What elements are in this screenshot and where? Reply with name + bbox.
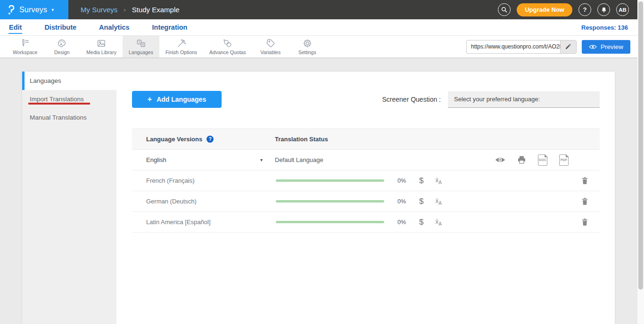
toolbar-item-settings[interactable]: Settings xyxy=(289,36,326,57)
help-button[interactable]: ? xyxy=(578,3,591,16)
screener-question-label: Screener Question : xyxy=(382,96,441,103)
edit-toolbar: Workspace Design Media Library x̄ A Lang… xyxy=(0,36,644,58)
languages-main: + Add Languages Screener Question : Sele… xyxy=(116,72,615,324)
translate-icon[interactable]: x̄A xyxy=(435,218,441,227)
toolbar-item-variables[interactable]: Variables xyxy=(252,36,289,57)
row-actions xyxy=(581,218,600,226)
toolbar-item-label: Advance Quotas xyxy=(209,49,246,55)
pdf-label: PDF xyxy=(561,158,568,162)
translation-progress-bar xyxy=(276,200,384,202)
annotation-red-underline xyxy=(28,103,90,105)
translation-percent: 0% xyxy=(397,198,413,205)
translate-sub: A xyxy=(438,200,442,205)
toolbar-item-workspace[interactable]: Workspace xyxy=(7,36,43,57)
row-actions xyxy=(581,177,600,185)
column-language-versions: Language Versions ? xyxy=(132,136,275,143)
toolbar-item-media-library[interactable]: Media Library xyxy=(80,36,123,57)
delete-icon[interactable] xyxy=(581,218,588,226)
pencil-icon xyxy=(565,43,571,50)
sidebar-item-import-translations[interactable]: Import Translations xyxy=(22,90,116,108)
paid-translation-icon[interactable]: $ xyxy=(419,218,423,227)
status-cell: 0% $ x̄A xyxy=(275,176,600,186)
product-menu[interactable]: Surveys ▾ xyxy=(0,0,68,19)
toolbar-item-languages[interactable]: x̄ A Languages xyxy=(123,36,159,57)
export-doc-icon[interactable]: DOC xyxy=(538,154,547,166)
toolbar-item-label: Design xyxy=(54,49,70,55)
preview-button[interactable]: Preview xyxy=(582,40,630,54)
export-pdf-icon[interactable]: PDF xyxy=(559,154,569,166)
breadcrumb-parent[interactable]: My Surveys xyxy=(81,6,117,14)
print-icon[interactable] xyxy=(517,156,526,164)
sidebar-item-languages[interactable]: Languages xyxy=(22,72,116,90)
tab-analytics[interactable]: Analytics xyxy=(99,21,130,34)
languages-table: Language Versions ? Translation Status E… xyxy=(132,129,600,233)
product-name: Surveys xyxy=(19,6,47,14)
bell-icon xyxy=(601,7,607,13)
languages-sidebar: Languages Import Translations Manual Tra… xyxy=(22,72,116,324)
sidebar-item-label: Import Translations xyxy=(30,96,84,103)
default-row-actions: DOC PDF xyxy=(495,154,600,166)
translate-icon[interactable]: x̄A xyxy=(435,177,441,185)
question-mark-icon: ? xyxy=(583,6,587,13)
notifications-button[interactable] xyxy=(597,3,610,16)
survey-url-input[interactable]: https://www.questionpro.com/t/AO2kvZ xyxy=(467,40,560,53)
plus-icon: + xyxy=(148,95,152,104)
scrollbar-thumb[interactable] xyxy=(638,1,643,290)
translate-sub: A xyxy=(438,221,442,226)
search-button[interactable] xyxy=(498,3,511,16)
screener-question-select[interactable]: Select your preferred language: xyxy=(448,91,600,108)
svg-text:x̄: x̄ xyxy=(139,40,140,43)
toolbar-right: https://www.questionpro.com/t/AO2kvZ Pre… xyxy=(466,36,644,57)
translation-progress-bar xyxy=(276,221,384,223)
column-label: Language Versions xyxy=(146,136,202,143)
paid-translation-icon[interactable]: $ xyxy=(419,197,423,206)
table-row-german: German (Deutsch) 0% $ x̄A xyxy=(132,191,600,212)
add-languages-label: Add Languages xyxy=(157,96,206,103)
magic-wand-icon xyxy=(176,38,187,49)
table-header: Language Versions ? Translation Status xyxy=(132,129,600,150)
sidebar-item-manual-translations[interactable]: Manual Translations xyxy=(22,108,116,127)
toolbar-item-label: Workspace xyxy=(13,49,37,55)
svg-text:A: A xyxy=(142,43,144,46)
tab-distribute[interactable]: Distribute xyxy=(44,21,77,34)
breadcrumb-separator-icon: › xyxy=(124,6,125,13)
default-language-label: Default Language xyxy=(275,156,323,163)
translation-percent: 0% xyxy=(397,178,413,184)
add-languages-button[interactable]: + Add Languages xyxy=(132,91,222,108)
language-name: German (Deutsch) xyxy=(146,198,197,205)
screener-question-group: Screener Question : Select your preferre… xyxy=(382,91,600,108)
toolbar-item-design[interactable]: Design xyxy=(43,36,80,57)
delete-icon[interactable] xyxy=(581,177,588,185)
upgrade-now-button[interactable]: Upgrade Now xyxy=(517,3,572,16)
row-actions xyxy=(581,197,600,205)
topbar-actions: Upgrade Now ? AB xyxy=(498,3,644,16)
toolbar-item-label: Variables xyxy=(260,49,281,55)
delete-icon[interactable] xyxy=(581,197,588,205)
responses-count-link[interactable]: Responses: 136 xyxy=(581,24,636,31)
translate-icon[interactable]: x̄A xyxy=(435,197,441,206)
preview-eye-icon[interactable] xyxy=(495,157,505,163)
sidebar-item-label: Manual Translations xyxy=(30,114,87,121)
toolbar-item-advance-quotas[interactable]: Advance Quotas xyxy=(203,36,252,57)
tab-integration[interactable]: Integration xyxy=(152,21,188,34)
search-icon xyxy=(501,6,508,13)
toolbar-item-label: Media Library xyxy=(86,49,116,55)
paid-translation-icon[interactable]: $ xyxy=(419,176,423,186)
help-icon[interactable]: ? xyxy=(206,136,214,143)
column-translation-status: Translation Status xyxy=(275,136,600,143)
vertical-scrollbar[interactable] xyxy=(637,0,644,324)
media-library-icon xyxy=(96,38,107,49)
chevron-down-icon[interactable]: ▾ xyxy=(260,157,263,162)
avatar[interactable]: AB xyxy=(616,3,629,16)
toolbar-item-finish-options[interactable]: Finish Options xyxy=(159,36,203,57)
language-name-cell: Latin America [Español] xyxy=(132,219,275,226)
breadcrumb: My Surveys › Study Example xyxy=(81,6,180,14)
status-cell: 0% $ x̄A xyxy=(275,218,600,227)
eye-icon xyxy=(589,44,597,49)
tab-edit[interactable]: Edit xyxy=(8,21,22,34)
language-name: Latin America [Español] xyxy=(146,219,211,226)
column-label: Translation Status xyxy=(275,136,328,143)
edit-url-button[interactable] xyxy=(560,40,576,53)
content-area: Languages Import Translations Manual Tra… xyxy=(0,59,644,324)
table-row-french: French (Français) 0% $ x̄A xyxy=(132,170,600,191)
